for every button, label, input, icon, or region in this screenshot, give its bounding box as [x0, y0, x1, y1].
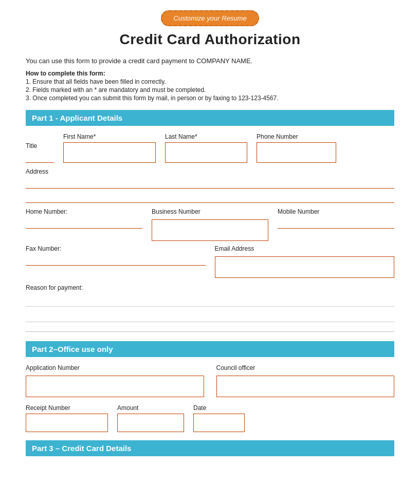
council-officer-label: Council officer [216, 364, 395, 371]
firstname-label: First Name* [63, 133, 156, 140]
home-number-label: Home Number: [26, 208, 142, 215]
customize-btn-wrapper: Customize your Resume [26, 10, 394, 26]
amount-label: Amount [117, 404, 184, 412]
how-to-step-1: 1. Ensure that all fields have been fill… [26, 78, 394, 85]
application-number-input[interactable] [26, 376, 204, 397]
council-officer-field: Council officer [216, 364, 395, 397]
part2-header: Part 2–Office use only [26, 341, 394, 357]
amount-input[interactable] [117, 414, 184, 432]
customize-resume-button[interactable]: Customize your Resume [161, 10, 259, 26]
application-number-field: Application Number [26, 364, 204, 397]
reason-line-1 [26, 295, 394, 307]
firstname-field: First Name* [63, 133, 156, 163]
business-number-label: Business Number [152, 208, 268, 215]
lastname-label: Last Name* [165, 133, 247, 140]
date-input[interactable] [193, 414, 245, 432]
title-input[interactable] [26, 152, 54, 163]
title-label: Title [26, 142, 54, 150]
part1-header: Part 1 - Applicant Details [26, 110, 394, 126]
date-field: Date [193, 404, 245, 432]
application-number-label: Application Number [26, 364, 204, 371]
phone-field: Phone Number [257, 133, 336, 163]
how-to-step-3: 3. Once completed you can submit this fo… [26, 95, 394, 102]
fax-input[interactable] [26, 254, 206, 266]
how-to-title: How to complete this form: [26, 70, 394, 77]
address-line-1 [26, 177, 394, 189]
title-field: Title [26, 142, 54, 163]
how-to-section: How to complete this form: 1. Ensure tha… [26, 70, 394, 102]
fax-label: Fax Number: [26, 245, 206, 252]
phone-input[interactable] [257, 142, 336, 163]
address-label: Address [26, 168, 394, 175]
receipt-number-input[interactable] [26, 414, 108, 432]
intro-text: You can use this form to provide a credi… [26, 57, 394, 65]
fax-email-row: Fax Number: Email Address [26, 245, 394, 278]
business-number-field: Business Number [152, 208, 268, 241]
home-number-input[interactable] [26, 217, 142, 229]
date-label: Date [193, 404, 245, 412]
mobile-number-input[interactable] [278, 217, 394, 229]
lastname-input[interactable] [165, 142, 247, 163]
lastname-field: Last Name* [165, 133, 247, 163]
amount-field: Amount [117, 404, 184, 432]
address-line-2 [26, 192, 394, 203]
email-input[interactable] [215, 256, 395, 278]
mobile-number-field: Mobile Number [278, 208, 394, 241]
name-row: Title First Name* Last Name* Phone Numbe… [26, 133, 394, 163]
receipt-number-field: Receipt Number [26, 404, 108, 432]
address-block: Address [26, 168, 394, 203]
receipt-row: Receipt Number Amount Date [26, 404, 394, 432]
council-officer-input[interactable] [216, 376, 395, 397]
fax-field: Fax Number: [26, 245, 206, 278]
reason-label: Reason for payment: [26, 284, 394, 291]
how-to-step-2: 2. Fields marked with an * are mandatory… [26, 86, 394, 94]
reason-lines [26, 295, 394, 322]
reason-line-2 [26, 311, 394, 322]
part3-header: Part 3 – Credit Card Details [26, 440, 394, 456]
email-field: Email Address [215, 245, 395, 278]
section-divider [26, 331, 394, 332]
receipt-number-label: Receipt Number [26, 404, 108, 412]
office-row-1: Application Number Council officer [26, 364, 394, 397]
firstname-input[interactable] [63, 142, 156, 163]
page-title: Credit Card Authorization [26, 31, 394, 48]
mobile-number-label: Mobile Number [278, 208, 394, 215]
numbers-row: Home Number: Business Number Mobile Numb… [26, 208, 394, 241]
email-label: Email Address [215, 245, 395, 252]
business-number-input[interactable] [152, 219, 268, 241]
page: Customize your Resume Credit Card Author… [0, 0, 420, 479]
home-number-field: Home Number: [26, 208, 142, 241]
phone-label: Phone Number [257, 133, 336, 140]
